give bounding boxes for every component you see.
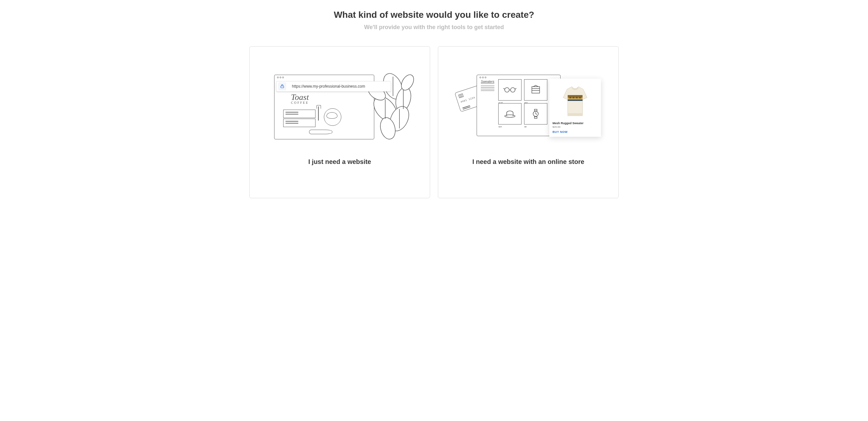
product-grid-sketch: $100 $90 $34 $8 [498,79,547,124]
svg-point-13 [510,88,515,92]
svg-point-20 [505,115,515,117]
illustration-store: 4491 1234 Sweaters $100 [438,47,618,158]
spoon-icon [309,130,332,134]
secure-lock-icon [278,82,286,90]
option-card-store[interactable]: 4491 1234 Sweaters $100 [438,46,619,198]
svg-line-15 [503,88,505,89]
svg-line-23 [536,114,537,114]
product-tile-shirt: $90 [524,79,547,101]
product-tile-hat: $34 [498,103,522,124]
page-title: What kind of website would you like to c… [240,10,628,20]
option-cards: https://www.my-professional-business.com… [240,46,628,198]
catalog-title: Sweaters [481,80,494,83]
page-subtitle: We'll provide you with the right tools t… [240,24,628,31]
shirt-icon [529,85,542,95]
svg-rect-33 [568,113,583,116]
svg-rect-25 [534,117,537,118]
menu-card-sketch [283,119,315,127]
sweater-image [553,82,598,121]
chip-icon [458,93,464,98]
address-bar: https://www.my-professional-business.com [276,81,391,91]
catalog-text-lines [481,86,494,86]
illustration-website: https://www.my-professional-business.com… [250,47,430,158]
glasses-icon [503,85,516,95]
croissant-icon [327,112,337,119]
svg-point-12 [505,88,509,92]
svg-rect-11 [281,86,283,88]
product-tile-watch: $8 [524,103,547,124]
option-label-website: I just need a website [308,158,371,198]
fork-icon [318,106,319,121]
product-price: $20.00 [553,125,598,129]
option-label-store: I need a website with an online store [472,158,585,198]
tile-price: $8 [524,126,527,128]
buy-now-label: BUY NOW [553,130,598,134]
plant-illustration [354,67,419,141]
svg-rect-24 [534,109,537,111]
sample-logo-sub: COFFEE [291,101,309,105]
hat-icon [503,109,516,119]
featured-product-card: Mesh Rugged Sweater $20.00 BUY NOW [549,79,601,137]
svg-rect-17 [532,87,539,93]
tile-price: $34 [499,126,502,128]
sample-site-logo: Toast COFFEE [291,93,309,105]
address-url: https://www.my-professional-business.com [292,84,365,89]
menu-card-sketch [283,110,315,118]
svg-line-16 [515,88,516,89]
cc-lines [462,105,470,108]
option-card-website[interactable]: https://www.my-professional-business.com… [249,46,430,198]
product-name: Mesh Rugged Sweater [553,121,598,125]
watch-icon [529,109,542,119]
window-controls-icon [277,77,284,78]
svg-rect-32 [568,100,583,101]
window-controls-icon [479,77,486,78]
cc-number: 4491 1234 [460,96,475,103]
sample-logo-script: Toast [291,93,309,101]
product-tile-glasses: $100 [498,79,522,101]
